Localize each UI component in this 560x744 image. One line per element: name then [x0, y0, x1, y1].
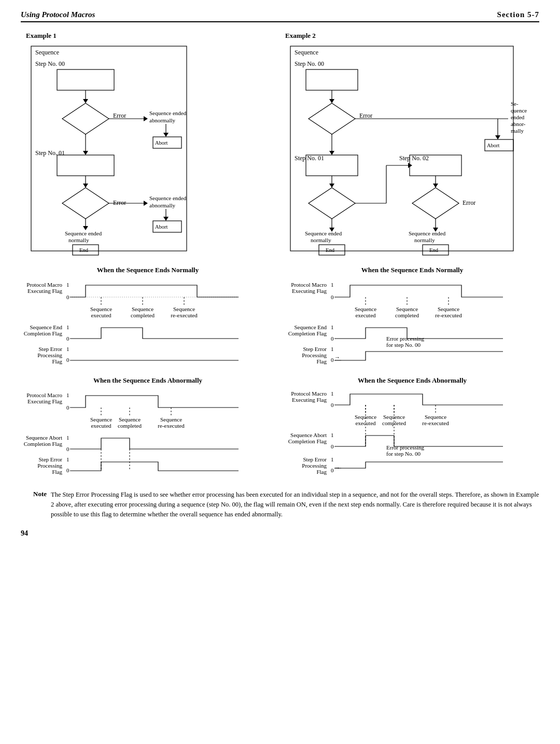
svg-text:Sequence ended: Sequence ended: [149, 195, 187, 201]
svg-text:Sequence: Sequence: [119, 416, 141, 423]
svg-text:quence: quence: [511, 107, 527, 114]
svg-text:Error: Error: [463, 199, 475, 206]
timing-normal-ex2-svg: Protocol Macro Executing Flag 1 0 Sequen…: [285, 277, 534, 368]
svg-marker-59: [329, 151, 334, 155]
timing-abnormal-ex2: When the Sequence Ends Abnormally Protoc…: [285, 376, 539, 481]
svg-text:1: 1: [66, 456, 69, 462]
page-number: 94: [21, 529, 28, 537]
svg-marker-6: [62, 103, 109, 134]
svg-marker-18: [83, 151, 88, 155]
timing-abnormal-title-ex2: When the Sequence Ends Abnormally: [285, 376, 539, 385]
svg-text:executed: executed: [355, 312, 376, 318]
svg-text:0: 0: [331, 335, 334, 342]
svg-text:1: 1: [66, 392, 69, 398]
svg-text:completed: completed: [395, 312, 419, 318]
svg-rect-41: [306, 69, 358, 90]
svg-text:normally: normally: [68, 237, 89, 243]
svg-text:Sequence End: Sequence End: [30, 324, 62, 330]
timing-abnormal-row: When the Sequence Ends Abnormally Protoc…: [21, 376, 539, 481]
svg-text:Processing: Processing: [302, 462, 327, 469]
timing-normal-title-ex1: When the Sequence Ends Normally: [21, 266, 275, 274]
timing-normal-title-ex2: When the Sequence Ends Normally: [285, 266, 539, 274]
svg-text:1: 1: [66, 324, 69, 330]
svg-text:0: 0: [331, 294, 334, 300]
svg-text:normally: normally: [311, 237, 331, 243]
svg-text:ended: ended: [511, 114, 525, 120]
svg-text:Sequence ended: Sequence ended: [409, 230, 446, 236]
svg-text:Sequence: Sequence: [35, 49, 59, 56]
svg-text:Protocol Macro: Protocol Macro: [26, 392, 62, 398]
svg-text:Sequence End: Sequence End: [294, 324, 327, 330]
svg-text:Completion Flag: Completion Flag: [288, 330, 327, 336]
svg-marker-22: [62, 188, 109, 219]
page-header: Using Protocol Macros Section 5-7: [21, 10, 539, 22]
svg-marker-25: [144, 201, 148, 206]
svg-text:re-executed: re-executed: [158, 423, 185, 429]
svg-text:Flag: Flag: [52, 358, 62, 364]
timing-normal-ex2: When the Sequence Ends Normally Protocol…: [285, 266, 539, 370]
svg-rect-19: [57, 155, 114, 176]
svg-text:0: 0: [331, 467, 334, 473]
svg-text:re-executed: re-executed: [422, 420, 449, 426]
svg-text:Step Error: Step Error: [303, 456, 327, 462]
svg-text:Step No. 02: Step No. 02: [399, 155, 429, 162]
svg-text:1: 1: [331, 390, 334, 397]
svg-marker-53: [495, 135, 500, 139]
svg-text:for step No. 00: for step No. 00: [386, 342, 421, 348]
svg-marker-63: [309, 188, 355, 219]
svg-text:1: 1: [331, 282, 334, 288]
svg-text:End: End: [79, 247, 89, 253]
svg-text:Flag: Flag: [316, 469, 327, 475]
svg-marker-76: [433, 184, 438, 188]
example2-block: Example 2 Sequence Step No. 00 Error: [280, 32, 560, 261]
svg-text:Sequence: Sequence: [173, 306, 195, 312]
svg-text:completed: completed: [118, 423, 142, 429]
svg-text:Completion Flag: Completion Flag: [288, 438, 327, 444]
svg-text:Step No. 01: Step No. 01: [295, 155, 324, 162]
svg-text:0: 0: [66, 404, 69, 411]
svg-text:abnor-: abnor-: [511, 121, 526, 127]
svg-text:Step Error: Step Error: [303, 346, 327, 352]
svg-text:executed: executed: [91, 312, 111, 318]
header-section: Section 5-7: [497, 10, 539, 19]
svg-text:Sequence Abort: Sequence Abort: [290, 432, 327, 438]
svg-text:0: 0: [331, 402, 334, 408]
svg-text:1: 1: [331, 432, 334, 438]
svg-text:Protocol Macro: Protocol Macro: [291, 390, 327, 397]
svg-text:1: 1: [331, 324, 334, 330]
svg-text:Processing: Processing: [302, 352, 327, 358]
page-footer: 94: [21, 529, 539, 538]
svg-marker-43: [329, 99, 334, 103]
svg-text:Sequence Abort: Sequence Abort: [26, 434, 62, 441]
svg-text:0: 0: [66, 446, 69, 452]
svg-text:abnormally: abnormally: [149, 117, 176, 123]
svg-text:Sequence ended: Sequence ended: [305, 230, 342, 236]
timing-normal-ex1-svg: Protocol Macro Executing Flag 1 0 Sequen…: [21, 277, 270, 368]
svg-text:Completion Flag: Completion Flag: [24, 330, 63, 336]
timing-abnormal-title-ex1: When the Sequence Ends Abnormally: [21, 376, 275, 385]
timing-normal-ex1: When the Sequence Ends Normally Protocol…: [21, 266, 275, 370]
svg-text:Protocol Macro: Protocol Macro: [26, 282, 62, 288]
svg-marker-62: [329, 184, 334, 188]
svg-text:Abort: Abort: [155, 140, 168, 146]
note-section: Note The Step Error Processing Flag is u…: [21, 490, 539, 519]
svg-text:1: 1: [66, 434, 69, 441]
timing-abnormal-ex1-svg: Protocol Macro Executing Flag 1 0 Sequen…: [21, 388, 270, 479]
svg-text:re-executed: re-executed: [171, 312, 198, 318]
svg-text:Processing: Processing: [37, 462, 62, 469]
svg-text:Sequence ended: Sequence ended: [149, 110, 187, 116]
svg-text:Sequence: Sequence: [90, 306, 112, 312]
svg-marker-74: [408, 163, 412, 168]
svg-text:0: 0: [331, 443, 334, 450]
timing-abnormal-ex1: When the Sequence Ends Abnormally Protoc…: [21, 376, 275, 481]
page: Using Protocol Macros Section 5-7 Exampl…: [0, 0, 560, 744]
svg-text:End: End: [429, 247, 439, 253]
svg-text:0: 0: [66, 467, 69, 473]
example1-block: Example 1 Sequence Step No. 00 Error: [21, 32, 280, 261]
svg-text:Flag: Flag: [316, 358, 327, 364]
svg-text:Protocol Macro: Protocol Macro: [291, 282, 327, 288]
svg-text:0: 0: [66, 335, 69, 342]
svg-text:Sequence: Sequence: [425, 414, 446, 420]
svg-marker-9: [144, 116, 148, 121]
note-label: Note: [21, 490, 47, 519]
